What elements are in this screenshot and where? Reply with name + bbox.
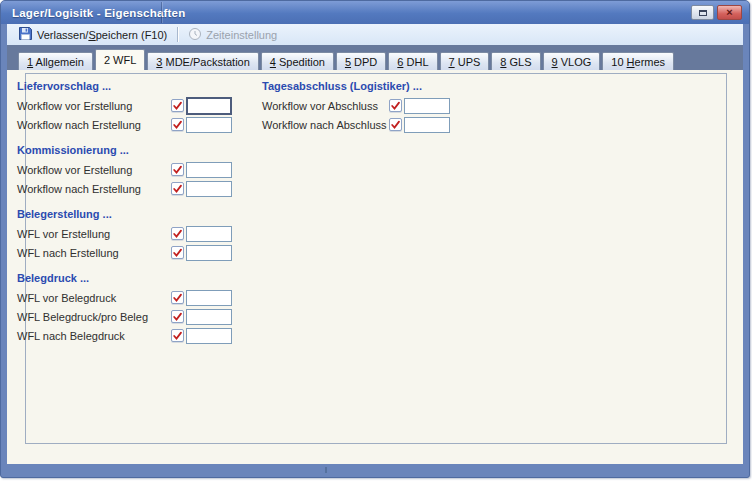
save-exit-button[interactable]: Verlassen/Speichern (F10) (12, 25, 173, 44)
tab-hermes[interactable]: 10 Hermes (602, 52, 674, 70)
field-label: WFL vor Erstellung (17, 228, 171, 240)
tab-dpd[interactable]: 5 DPD (336, 52, 386, 70)
tab-vlog[interactable]: 9 VLOG (543, 52, 601, 70)
workflow-check-icon[interactable] (171, 118, 184, 131)
workflow-check-icon[interactable] (171, 99, 184, 112)
input-tagesabschluss-wfl-vor[interactable] (404, 98, 450, 114)
restore-window-button[interactable] (691, 5, 714, 20)
section-title: Kommissionierung ... (17, 144, 252, 157)
floppy-disk-icon (18, 26, 33, 43)
field-row: WFL nach Belegdruck (17, 326, 252, 345)
section-title: Tagesabschluss (Logistiker) ... (262, 80, 492, 93)
section-belegdruck: Belegdruck ... WFL vor Belegdruck WFL Be… (17, 272, 252, 345)
toolbar: Verlassen/Speichern (F10) Zeiteinstellun… (7, 24, 743, 45)
field-row: Workflow vor Erstellung (17, 96, 252, 115)
right-column: Tagesabschluss (Logistiker) ... Workflow… (262, 80, 492, 144)
field-label: WFL vor Belegdruck (17, 292, 171, 304)
field-label: Workflow vor Erstellung (17, 100, 171, 112)
close-icon: × (726, 7, 732, 18)
workflow-check-icon[interactable] (171, 163, 184, 176)
tab-page-wfl: Liefervorschlag ... Workflow vor Erstell… (7, 70, 743, 464)
section-belegerstellung: Belegerstellung ... WFL vor Erstellung W… (17, 208, 252, 262)
input-liefervorschlag-wfl-vor[interactable] (186, 97, 232, 115)
save-exit-label: Verlassen/Speichern (F10) (37, 29, 167, 41)
input-belegerstellung-wfl-nach[interactable] (186, 245, 232, 261)
section-title: Belegdruck ... (17, 272, 252, 285)
field-label: WFL Belegdruck/pro Beleg (17, 311, 171, 323)
field-row: Workflow nach Erstellung (17, 179, 252, 198)
tab-mde-packstation[interactable]: 3 MDE/Packstation (147, 52, 259, 70)
tab-gls[interactable]: 8 GLS (491, 52, 540, 70)
field-row: WFL nach Erstellung (17, 243, 252, 262)
field-label: Workflow vor Abschluss (262, 100, 389, 112)
workflow-check-icon[interactable] (171, 310, 184, 323)
field-row: Workflow vor Abschluss (262, 96, 492, 115)
field-label: Workflow vor Erstellung (17, 164, 171, 176)
window-frame: Verlassen/Speichern (F10) Zeiteinstellun… (7, 24, 743, 464)
tab-spedition[interactable]: 4 Spedition (261, 52, 334, 70)
window-controls: × (691, 5, 742, 20)
field-label: WFL nach Belegdruck (17, 330, 171, 342)
workflow-check-icon[interactable] (389, 99, 402, 112)
workflow-check-icon[interactable] (171, 182, 184, 195)
titlebar[interactable]: Lager/Logisitk - Eigenschaften × (1, 1, 749, 24)
window-title: Lager/Logisitk - Eigenschaften (1, 7, 185, 19)
input-belegdruck-wfl-vor[interactable] (186, 290, 232, 306)
field-label: Workflow nach Abschluss (262, 119, 389, 131)
time-settings-label: Zeiteinstellung (206, 29, 277, 41)
field-label: Workflow nach Erstellung (17, 119, 171, 131)
section-kommissionierung: Kommissionierung ... Workflow vor Erstel… (17, 144, 252, 198)
field-row: Workflow nach Abschluss (262, 115, 492, 134)
input-belegdruck-wfl-pro-beleg[interactable] (186, 309, 232, 325)
properties-window: Lager/Logisitk - Eigenschaften × (0, 0, 750, 478)
workflow-check-icon[interactable] (389, 118, 402, 131)
tab-ups[interactable]: 7 UPS (440, 52, 490, 70)
tab-wfl[interactable]: 2 WFL (95, 49, 145, 70)
time-settings-button[interactable]: Zeiteinstellung (182, 26, 283, 44)
field-row: WFL vor Erstellung (17, 224, 252, 243)
left-column: Liefervorschlag ... Workflow vor Erstell… (17, 80, 252, 355)
tab-allgemein[interactable]: 1 Allgemein (18, 52, 93, 70)
field-row: Workflow vor Erstellung (17, 160, 252, 179)
input-liefervorschlag-wfl-nach[interactable] (186, 117, 232, 133)
section-title: Belegerstellung ... (17, 208, 252, 221)
titlebar-divider (161, 2, 162, 23)
workflow-check-icon[interactable] (171, 291, 184, 304)
workflow-check-icon[interactable] (171, 246, 184, 259)
clock-icon (188, 27, 202, 43)
input-belegdruck-wfl-nach[interactable] (186, 328, 232, 344)
field-label: WFL nach Erstellung (17, 247, 171, 259)
workflow-check-icon[interactable] (171, 227, 184, 240)
field-row: WFL vor Belegdruck (17, 288, 252, 307)
section-liefervorschlag: Liefervorschlag ... Workflow vor Erstell… (17, 80, 252, 134)
close-window-button[interactable]: × (717, 5, 742, 20)
tab-bar: 1 Allgemein 2 WFL 3 MDE/Packstation 4 Sp… (7, 45, 743, 70)
input-tagesabschluss-wfl-nach[interactable] (404, 117, 450, 133)
section-tagesabschluss: Tagesabschluss (Logistiker) ... Workflow… (262, 80, 492, 134)
field-row: WFL Belegdruck/pro Beleg (17, 307, 252, 326)
restore-icon (699, 10, 707, 16)
workflow-check-icon[interactable] (171, 329, 184, 342)
input-kommissionierung-wfl-nach[interactable] (186, 181, 232, 197)
field-row: Workflow nach Erstellung (17, 115, 252, 134)
resize-grip[interactable] (325, 467, 327, 473)
field-label: Workflow nach Erstellung (17, 183, 171, 195)
input-kommissionierung-wfl-vor[interactable] (186, 162, 232, 178)
input-belegerstellung-wfl-vor[interactable] (186, 226, 232, 242)
tab-dhl[interactable]: 6 DHL (388, 52, 437, 70)
section-title: Liefervorschlag ... (17, 80, 252, 93)
toolbar-separator (177, 27, 178, 42)
